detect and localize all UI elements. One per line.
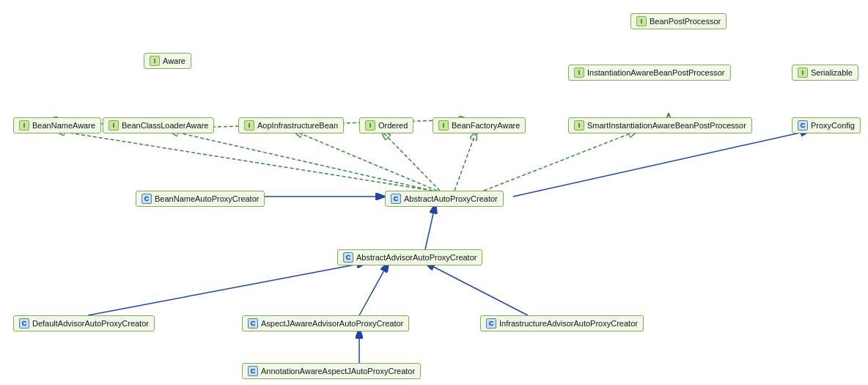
label-DefaultAdvisorAutoProxyCreator: DefaultAdvisorAutoProxyCreator [32, 319, 149, 328]
label-SmartInstantiationAwareBeanPostProcessor: SmartInstantiationAwareBeanPostProcessor [587, 121, 746, 130]
node-InstantiationAwareBeanPostProcessor: I InstantiationAwareBeanPostProcessor [568, 65, 731, 81]
node-Serializable: I Serializable [792, 65, 858, 81]
badge-InstantiationAwareBeanPostProcessor: I [574, 67, 584, 78]
node-Aware: I Aware [144, 53, 191, 69]
class-diagram: I BeanPostProcessor I InstantiationAware… [0, 0, 868, 385]
svg-line-14 [513, 131, 810, 197]
label-ProxyConfig: ProxyConfig [811, 121, 855, 130]
svg-line-16 [425, 204, 435, 249]
badge-BeanNameAware: I [19, 120, 29, 131]
badge-InfrastructureAdvisorAutoProxyCreator: C [486, 318, 496, 329]
svg-line-9 [169, 131, 433, 191]
node-AspectJAwareAdvisorAutoProxyCreator: C AspectJAwareAdvisorAutoProxyCreator [242, 315, 409, 331]
node-Ordered: I Ordered [359, 117, 413, 133]
node-DefaultAdvisorAutoProxyCreator: C DefaultAdvisorAutoProxyCreator [13, 315, 155, 331]
badge-AbstractAutoProxyCreator: C [391, 194, 401, 204]
svg-line-13 [484, 131, 638, 191]
svg-line-17 [88, 263, 367, 315]
badge-Aware: I [150, 56, 160, 66]
label-BeanPostProcessor: BeanPostProcessor [650, 17, 721, 26]
label-AspectJAwareAdvisorAutoProxyCreator: AspectJAwareAdvisorAutoProxyCreator [261, 319, 403, 328]
svg-line-10 [293, 131, 437, 191]
node-SmartInstantiationAwareBeanPostProcessor: I SmartInstantiationAwareBeanPostProcess… [568, 117, 752, 133]
node-BeanNameAutoProxyCreator: C BeanNameAutoProxyCreator [136, 191, 265, 207]
label-BeanNameAutoProxyCreator: BeanNameAutoProxyCreator [155, 194, 259, 203]
badge-BeanPostProcessor: I [636, 16, 647, 26]
label-AbstractAutoProxyCreator: AbstractAutoProxyCreator [404, 194, 498, 203]
node-BeanFactoryAware: I BeanFactoryAware [433, 117, 526, 133]
node-ProxyConfig: C ProxyConfig [792, 117, 861, 133]
badge-BeanClassLoaderAware: I [108, 120, 119, 131]
label-BeanNameAware: BeanNameAware [32, 121, 95, 130]
label-InstantiationAwareBeanPostProcessor: InstantiationAwareBeanPostProcessor [587, 68, 725, 77]
svg-line-8 [55, 131, 433, 191]
badge-Serializable: I [798, 67, 808, 78]
node-AnnotationAwareAspectJAutoProxyCreator: C AnnotationAwareAspectJAutoProxyCreator [242, 363, 421, 379]
badge-AopInfrastructureBean: I [244, 120, 254, 131]
badge-AspectJAwareAdvisorAutoProxyCreator: C [248, 318, 258, 329]
label-AopInfrastructureBean: AopInfrastructureBean [257, 121, 338, 130]
badge-ProxyConfig: C [798, 120, 808, 131]
label-Aware: Aware [163, 56, 185, 65]
label-BeanFactoryAware: BeanFactoryAware [452, 121, 520, 130]
badge-DefaultAdvisorAutoProxyCreator: C [19, 318, 29, 329]
svg-line-12 [455, 131, 477, 191]
node-AbstractAdvisorAutoProxyCreator: C AbstractAdvisorAutoProxyCreator [337, 249, 482, 265]
badge-Ordered: I [365, 120, 375, 131]
node-AbstractAutoProxyCreator: C AbstractAutoProxyCreator [385, 191, 504, 207]
label-BeanClassLoaderAware: BeanClassLoaderAware [122, 121, 208, 130]
label-Serializable: Serializable [811, 68, 853, 77]
svg-line-19 [425, 263, 528, 315]
badge-AbstractAdvisorAutoProxyCreator: C [343, 252, 353, 263]
badge-SmartInstantiationAwareBeanPostProcessor: I [574, 120, 584, 131]
label-AbstractAdvisorAutoProxyCreator: AbstractAdvisorAutoProxyCreator [356, 253, 477, 262]
svg-line-11 [381, 131, 440, 191]
node-BeanNameAware: I BeanNameAware [13, 117, 101, 133]
node-AopInfrastructureBean: I AopInfrastructureBean [238, 117, 344, 133]
label-InfrastructureAdvisorAutoProxyCreator: InfrastructureAdvisorAutoProxyCreator [499, 319, 638, 328]
node-InfrastructureAdvisorAutoProxyCreator: C InfrastructureAdvisorAutoProxyCreator [480, 315, 644, 331]
label-Ordered: Ordered [378, 121, 408, 130]
svg-line-18 [359, 263, 389, 315]
badge-BeanFactoryAware: I [438, 120, 449, 131]
badge-AnnotationAwareAspectJAutoProxyCreator: C [248, 366, 258, 376]
badge-BeanNameAutoProxyCreator: C [141, 194, 152, 204]
label-AnnotationAwareAspectJAutoProxyCreator: AnnotationAwareAspectJAutoProxyCreator [261, 367, 415, 375]
node-BeanPostProcessor: I BeanPostProcessor [630, 13, 727, 29]
node-BeanClassLoaderAware: I BeanClassLoaderAware [103, 117, 214, 133]
